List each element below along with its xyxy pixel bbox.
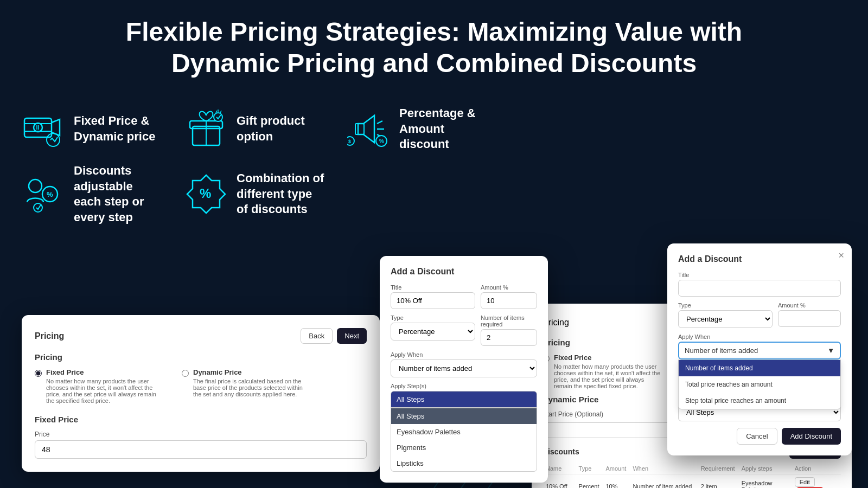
cancel-button-right[interactable]: Cancel (737, 428, 777, 445)
apply-when-select-right[interactable]: Number of items added ▼ (678, 342, 841, 359)
cell-action: Edit Delete (792, 474, 841, 489)
feature-percentage-amount-text: Percentage & Amount discount (399, 106, 488, 152)
feature-fixed-dynamic-text: Fixed Price & Dynamic price (74, 113, 163, 144)
apply-when-select-center[interactable]: Number of items added Total price reache… (391, 359, 537, 377)
fixed-price-desc-left: No matter how many products the user cho… (46, 378, 165, 404)
price-input[interactable] (35, 440, 367, 459)
col-type: Type (576, 463, 603, 474)
amount-percent-label-right: Amount % (778, 302, 841, 309)
table-row: 10% Off Percent 10% Number of item added… (542, 474, 841, 489)
dynamic-price-label-left: Dynamic Price (193, 368, 312, 376)
fixed-price-radio-left[interactable] (35, 370, 42, 377)
features-row-1: Fixed Price & Dynamic price Gift product… (0, 89, 868, 158)
page-header: Flexible Pricing Strategies: Maximizing … (0, 0, 868, 89)
add-discount-modal-center: Add a Discount Title Amount % Type Perce… (380, 256, 548, 483)
fixed-price-label-right: Fixed Price (554, 354, 662, 362)
svg-point-1 (34, 123, 42, 132)
page-title: Flexible Pricing Strategies: Maximizing … (54, 16, 814, 79)
edit-button-0[interactable]: Edit (795, 477, 815, 487)
discounts-label: Discounts (542, 447, 579, 456)
add-discount-title-right: Add a Discount (678, 254, 841, 264)
cell-amount: 10% (603, 474, 630, 489)
feature-gift-product-text: Gift product option (237, 113, 326, 144)
features-row-2: % Discounts adjustable each step or ever… (0, 158, 868, 230)
col-amount: Amount (603, 463, 630, 474)
cell-requirement: 2 item (698, 474, 738, 489)
next-button-left[interactable]: Next (337, 328, 367, 344)
col-apply-steps: Apply steps (738, 463, 792, 474)
dynamic-price-desc-left: The final price is calculated based on t… (193, 378, 312, 397)
cell-apply-steps: Eyeshadow Palettes (738, 474, 792, 489)
svg-text:%: % (200, 186, 211, 201)
col-when: When (629, 463, 697, 474)
cell-when: Number of item added (629, 474, 697, 489)
apply-when-label-right: Apply When (678, 333, 841, 340)
svg-point-20 (34, 203, 42, 212)
amount-percent-input-right[interactable] (778, 310, 841, 327)
step-lipsticks-center[interactable]: Lipsticks (391, 455, 537, 471)
feature-gift-product: Gift product option (184, 107, 326, 151)
apply-when-label-center: Apply When (391, 351, 537, 358)
type-select-right[interactable]: Percentage Amount (678, 310, 773, 328)
fixed-price-label-left: Fixed Price (46, 368, 165, 376)
amount-percent-label-center: Amount % (481, 284, 537, 291)
svg-rect-12 (355, 124, 364, 134)
cell-type: Percent (576, 474, 603, 489)
apply-when-value-right: Number of items added (685, 346, 758, 355)
option-total-price-right[interactable]: Total price reaches an amount (679, 376, 840, 393)
svg-text:%: % (47, 190, 53, 198)
type-label-right: Type (678, 302, 773, 309)
dynamic-price-radio-left[interactable] (182, 370, 189, 377)
option-step-total-right[interactable]: Step total price reaches an amount (679, 393, 840, 409)
feature-fixed-dynamic: Fixed Price & Dynamic price (22, 107, 163, 151)
megaphone-icon: % $ (347, 107, 391, 151)
pricing-section-label-left: Pricing (35, 352, 367, 362)
discount-user-icon: % (22, 172, 65, 216)
svg-rect-0 (24, 118, 52, 137)
number-required-input-center[interactable] (481, 329, 537, 346)
fixed-price-section-title: Fixed Price (35, 415, 367, 424)
amount-percent-input-center[interactable] (481, 292, 537, 309)
back-button-left[interactable]: Back (301, 328, 333, 344)
percent-badge-icon: % (184, 172, 228, 216)
svg-text:$: $ (348, 139, 351, 144)
discount-table: Name Type Amount When Requirement Apply … (542, 463, 841, 488)
title-input-center[interactable] (391, 292, 475, 309)
feature-percentage-amount: % $ Percentage & Amount discount (347, 106, 488, 152)
svg-point-8 (214, 113, 222, 121)
svg-line-9 (377, 121, 382, 124)
pricing-card-left: Pricing Back Next Pricing Fixed Price No… (22, 315, 380, 472)
step-pigments-center[interactable]: Pigments (391, 440, 537, 455)
add-discount-submit-right[interactable]: Add Discount (782, 428, 841, 445)
steps-dropdown-center[interactable]: All Steps (391, 391, 537, 408)
add-discount-title-center: Add a Discount (391, 267, 537, 277)
feature-discounts-adjustable: % Discounts adjustable each step or ever… (22, 163, 163, 225)
svg-text:%: % (379, 138, 384, 144)
price-field-label: Price (35, 431, 367, 438)
feature-discounts-adjustable-text: Discounts adjustable each step or every … (74, 163, 163, 225)
ui-cards-area: Pricing Back Next Pricing Fixed Price No… (0, 239, 868, 488)
col-action: Action (792, 463, 841, 474)
add-discount-modal-right: × Add a Discount Title Type Percentage A… (667, 243, 852, 455)
title-label-right: Title (678, 272, 841, 278)
type-select-center[interactable]: Percentage Amount (391, 323, 475, 341)
svg-point-17 (29, 179, 42, 192)
number-required-label-center: Number of items required (481, 314, 537, 328)
col-requirement: Requirement (698, 463, 738, 474)
money-icon (22, 107, 65, 151)
feature-combination-text: Combination of different type of discoun… (237, 171, 326, 217)
pricing-card-left-title: Pricing (35, 331, 64, 341)
gift-icon (184, 107, 228, 151)
option-number-items-right[interactable]: Number of items added (679, 360, 840, 376)
title-input-right[interactable] (678, 280, 841, 297)
apply-steps-label-center: Apply Step(s) (391, 383, 537, 389)
step-eyeshadow-center[interactable]: Eyeshadow Palettes (391, 424, 537, 440)
step-all-steps-center[interactable]: All Steps (391, 408, 537, 424)
fixed-price-desc-right: No matter how many products the user cho… (554, 363, 662, 389)
apply-when-options-right: Number of items added Total price reache… (678, 359, 841, 409)
feature-combination: % Combination of different type of disco… (184, 171, 326, 217)
title-label-center: Title (391, 284, 475, 291)
close-modal-right[interactable]: × (838, 250, 844, 261)
type-label-center: Type (391, 314, 475, 321)
